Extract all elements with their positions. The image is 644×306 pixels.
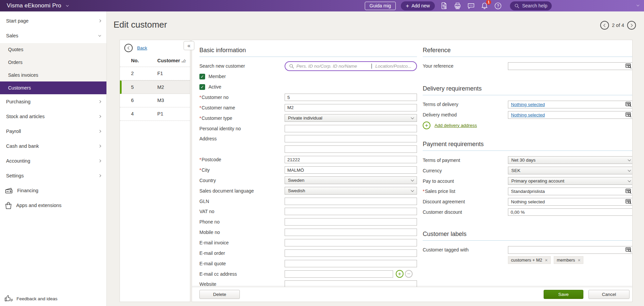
mobile-no-input[interactable] [285,229,417,236]
customer-no-input[interactable] [285,94,417,101]
sidebar-item-payroll[interactable]: Payroll [0,124,106,139]
e-mail-cc-address-input[interactable] [285,270,393,278]
sidebar-item-settings[interactable]: Settings [0,168,106,183]
sidebar-item-stock-and-articles[interactable]: Stock and articles [0,109,106,124]
pay-to-account-select[interactable]: Primary operating account [508,177,633,185]
sidebar-item-accounting[interactable]: Accounting [0,154,106,168]
phone-no-input[interactable] [285,218,417,226]
remove-tag-icon[interactable]: × [545,258,548,263]
country-select[interactable]: Sweden [285,176,417,184]
member-checkbox[interactable]: ✓ [199,74,205,79]
save-button[interactable]: Save [544,290,583,299]
customer-name-label: Customer name [199,105,285,110]
sidebar-item-label: Start page [6,18,29,24]
field-row-gln: GLN [199,196,417,206]
personal-identity-no-input[interactable] [285,125,417,132]
lookup-icon[interactable] [625,102,632,107]
add-delivery-address[interactable]: +Add delivery address [423,122,477,129]
sidebar-item-purchasing[interactable]: Purchasing [0,94,106,109]
help-icon[interactable]: ? [494,2,502,10]
sidebar-item-label: Apps and extensions [16,203,62,208]
e-mail-order-input[interactable] [285,249,417,257]
search-icon [514,3,519,8]
edit-customer-form-panel: Basic information Search new customerPer… [192,40,633,302]
sales-price-list-field[interactable]: Standardprislista [508,188,633,195]
terms-of-delivery-field[interactable]: Nothing selected [508,101,633,108]
messages-icon[interactable] [467,2,475,10]
back-button[interactable] [124,44,133,52]
customer-row-m3[interactable]: 6M3 [120,94,190,107]
sidebar-item-quotes[interactable]: Quotes [0,43,106,56]
sales-document-language-select[interactable]: Swedish [285,187,417,195]
topbar-corner-chevron-down-icon[interactable] [637,3,639,6]
delivery-method-field[interactable]: Nothing selected [508,111,633,119]
next-record-button[interactable] [627,21,636,30]
lookup-icon[interactable] [625,63,632,69]
app-title-chevron-down-icon[interactable] [66,4,69,6]
add-delivery-address-link[interactable]: Add delivery address [434,123,477,128]
blank-input[interactable] [285,145,417,153]
lookup-value[interactable]: Nothing selected [511,102,545,107]
lookup-icon[interactable] [625,112,632,117]
gln-input[interactable] [285,198,417,205]
add-new-button[interactable]: + Add new [401,1,435,10]
sidebar-item-orders[interactable]: Orders [0,56,106,69]
customer-tag[interactable]: members× [554,256,583,264]
customer-row-f1[interactable]: 2F1 [120,67,190,80]
print-icon[interactable] [453,2,462,10]
your-reference-field[interactable] [508,62,633,70]
cancel-button[interactable]: Cancel [588,290,630,299]
customer-type-select[interactable]: Private individual [285,114,417,122]
sidebar-item-label: Customers [8,85,31,91]
customer-tag[interactable]: customers + M2× [508,256,551,264]
remove-cc-address-button[interactable]: − [405,270,413,278]
currency-select[interactable]: SEK [508,167,633,174]
feedback-and-ideas-link[interactable]: Feedback and ideas [4,295,58,302]
customer-discount-input[interactable] [508,208,633,216]
vat-no-input[interactable] [285,208,417,215]
previous-record-button[interactable] [600,21,609,30]
sidebar-item-cash-and-bank[interactable]: Cash and bank [0,139,106,154]
document-search-icon[interactable] [440,2,448,10]
e-mail-invoice-input[interactable] [285,239,417,246]
customer-tagged-with-field[interactable] [508,246,633,254]
city-input[interactable] [285,166,417,174]
remove-tag-icon[interactable]: × [578,258,580,263]
sidebar-item-apps-and-extensions[interactable]: Apps and extensions [0,198,106,213]
e-mail-order-label: E-mail order [199,250,285,256]
guida-mig-button[interactable]: Guida mig [365,2,396,10]
postcode-input[interactable] [285,156,417,163]
column-header-no[interactable]: No. [131,58,139,63]
discount-agreement-field[interactable]: Nothing selected [508,198,633,206]
lookup-icon[interactable] [625,199,632,204]
delete-button[interactable]: Delete [199,290,240,299]
e-mail-quote-input[interactable] [285,260,417,267]
terms-of-payment-select[interactable]: Net 30 days [508,156,633,164]
app-title[interactable]: Visma eEkonomi Pro [7,2,61,9]
address-input[interactable] [285,135,417,142]
sidebar-item-sales[interactable]: Sales [0,28,106,43]
customer-row-no: 2 [131,71,134,76]
lookup-icon[interactable] [625,247,632,252]
customer-row-m2[interactable]: 5M2 [120,80,190,94]
search-help-input[interactable]: Search help [510,1,552,10]
lookup-value[interactable]: Nothing selected [511,112,545,117]
sidebar-item-sales-invoices[interactable]: Sales invoices [0,69,106,81]
placeholder-divider: | [371,63,372,69]
column-header-customer[interactable]: Customer ... [157,58,186,63]
collapse-panel-button[interactable]: « [184,41,194,50]
sidebar-item-financing[interactable]: Financing [0,183,106,198]
search-new-customer-input[interactable]: Pers. ID no/Corp. ID no/Name|Location/Po… [285,61,417,71]
active-checkbox[interactable]: ✓ [199,84,205,90]
lookup-icon[interactable] [625,189,632,194]
section-title-payment-requirements: Payment requirements [423,141,633,151]
sidebar-item-start-page[interactable]: Start page [0,13,106,28]
customer-row-no: 6 [131,98,134,103]
sidebar-item-customers[interactable]: Customers [0,81,106,94]
notifications-bell-icon[interactable]: 1 [480,2,489,10]
add-cc-address-button[interactable]: + [396,270,404,278]
customer-row-p1[interactable]: 4P1 [120,107,190,121]
customer-name-input[interactable] [285,104,417,111]
search-new-customer-label: Search new customer [199,63,285,69]
back-link[interactable]: Back [137,45,147,50]
